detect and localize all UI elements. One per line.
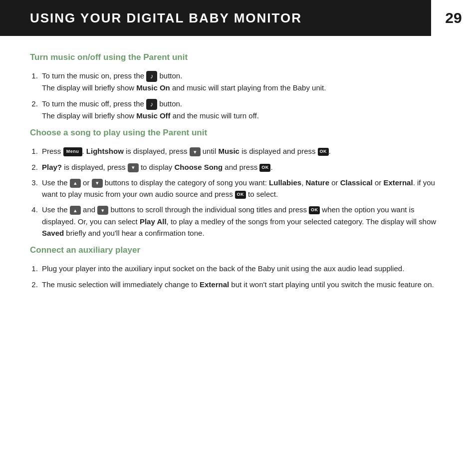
music-label: Music [218, 147, 239, 155]
page-title: USING YOUR DIGITAL BABY MONITOR [30, 10, 302, 26]
ok-button-2[interactable]: OK [259, 164, 270, 172]
external-label-2: External [200, 280, 229, 289]
music-note-icon: ♪ [150, 71, 154, 81]
external-label: External [383, 178, 413, 187]
section-title-choose-song: Choose a song to play using the Parent u… [30, 126, 446, 139]
list-item: Press Menu. Lightshow is displayed, pres… [40, 145, 446, 157]
music-note-icon-2: ♪ [150, 99, 154, 109]
list-item: Use the ▴ or ▾ buttons to display the ca… [40, 177, 446, 200]
saved-label: Saved [42, 229, 64, 237]
list-item: Play? is displayed, press ▾ to display C… [40, 161, 446, 173]
list-item: To turn the music on, press the ♪ button… [40, 70, 446, 93]
section-title-turn-music: Turn music on/off using the Parent unit [30, 51, 446, 64]
lullabies-label: Lullabies [269, 178, 301, 187]
section-connect-aux: Connect an auxiliary player Plug your pl… [30, 244, 446, 290]
page-number: 29 [431, 0, 476, 36]
nature-label: Nature [305, 178, 329, 187]
list-item: To turn the music off, press the ♪ butto… [40, 98, 446, 121]
list-item: The music selection will immediately cha… [40, 279, 446, 290]
list-item: Use the ▴ and ▾ buttons to scroll throug… [40, 204, 446, 239]
section-choose-song: Choose a song to play using the Parent u… [30, 126, 446, 239]
turn-music-list: To turn the music on, press the ♪ button… [30, 70, 446, 121]
choose-song-list: Press Menu. Lightshow is displayed, pres… [30, 145, 446, 239]
play-label: Play? [42, 163, 62, 171]
page-header: USING YOUR DIGITAL BABY MONITOR 29 [0, 0, 476, 36]
section-turn-music: Turn music on/off using the Parent unit … [30, 51, 446, 121]
arrow-down-button-4[interactable]: ▾ [97, 206, 108, 215]
music-off-button[interactable]: ♪ [146, 99, 157, 110]
arrow-down-button-2[interactable]: ▾ [128, 163, 139, 172]
music-on-button[interactable]: ♪ [146, 71, 157, 82]
music-on-label: Music On [136, 83, 170, 92]
choose-song-label: Choose Song [174, 163, 223, 171]
arrow-up-button-2[interactable]: ▴ [70, 206, 81, 215]
classical-label: Classical [340, 178, 373, 187]
list-item: Plug your player into the auxiliary inpu… [40, 263, 446, 274]
header-title-block: USING YOUR DIGITAL BABY MONITOR [0, 0, 431, 36]
ok-button-4[interactable]: OK [309, 206, 320, 214]
arrow-down-button-3[interactable]: ▾ [92, 179, 103, 188]
arrow-up-button-1[interactable]: ▴ [70, 179, 81, 188]
menu-button[interactable]: Menu [63, 147, 82, 156]
ok-button-3[interactable]: OK [235, 191, 246, 199]
main-content: Turn music on/off using the Parent unit … [0, 36, 476, 310]
arrow-down-button-1[interactable]: ▾ [190, 147, 201, 156]
ok-button-1[interactable]: OK [318, 148, 329, 156]
lightshow-label: Lightshow [86, 147, 124, 155]
music-off-label: Music Off [136, 111, 170, 120]
play-all-label: Play All [140, 217, 167, 226]
section-title-connect-aux: Connect an auxiliary player [30, 244, 446, 257]
connect-aux-list: Plug your player into the auxiliary inpu… [30, 263, 446, 290]
